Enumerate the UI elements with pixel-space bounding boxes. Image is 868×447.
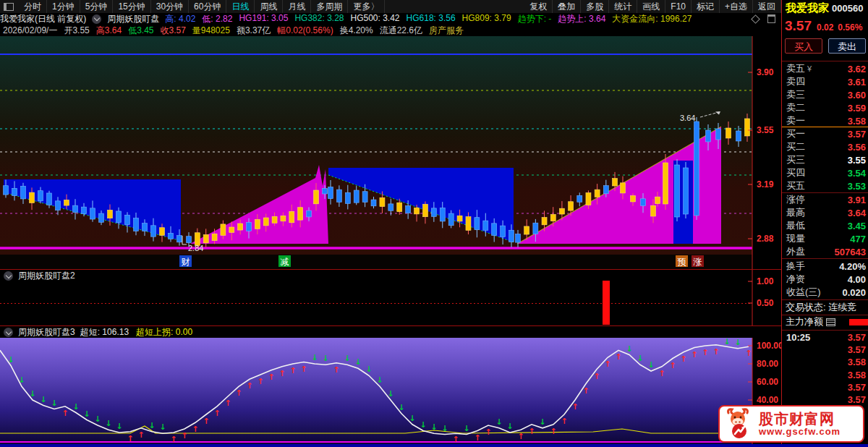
menu-item-周线[interactable]: 周线	[255, 0, 283, 13]
panel3-chevron-icon[interactable]	[4, 328, 13, 337]
svg-text:↓: ↓	[626, 344, 632, 354]
panel3-metrics: 超短: 106.13超短上拐: 0.00	[80, 326, 200, 339]
indicator-value-趋势上: 趋势上: 3.64	[558, 13, 605, 25]
svg-text:↓: ↓	[409, 414, 415, 423]
indicator-panel-2[interactable]: 1.000.50 周期妖股盯盘2	[0, 270, 781, 325]
svg-text:↓: ↓	[354, 357, 361, 367]
indicator-values: 高: 4.02低: 2.82HG191: 3.05HG382: 3.28HG50…	[165, 13, 698, 25]
svg-text:↓: ↓	[105, 419, 111, 428]
menu-item-30分钟[interactable]: 30分钟	[151, 0, 189, 13]
info-item: 量948025	[192, 25, 230, 36]
bottom-strip	[0, 444, 868, 447]
tool-item-复权[interactable]: 复权	[524, 0, 553, 13]
svg-text:↑: ↑	[278, 369, 285, 378]
svg-text:↓: ↓	[40, 395, 46, 404]
stat-row: 外盘507643	[782, 245, 868, 258]
svg-text:3.90: 3.90	[757, 67, 774, 77]
svg-text:↑: ↑	[745, 349, 752, 358]
tool-item-+自选[interactable]: +自选	[720, 0, 753, 13]
stock-code: 000560	[832, 3, 863, 14]
stat-row: 现量477	[782, 232, 868, 245]
svg-text:40.00: 40.00	[757, 395, 778, 405]
svg-text:预: 预	[678, 257, 686, 267]
svg-text:3.19: 3.19	[757, 179, 774, 190]
menu-item-1分钟[interactable]: 1分钟	[47, 0, 80, 13]
svg-text:↑: ↑	[170, 435, 176, 444]
svg-text:↑: ↑	[615, 352, 621, 362]
tool-item-统计[interactable]: 统计	[609, 0, 637, 13]
stock-name: 我爱我家	[786, 1, 829, 15]
panel2-chevron-icon[interactable]	[4, 271, 13, 281]
stat-row: 换手4.20%	[782, 260, 868, 273]
svg-text:↓: ↓	[420, 420, 426, 430]
tool-item-F10[interactable]: F10	[665, 0, 692, 13]
indicator-value-HG618: HG618: 3.56	[407, 13, 456, 25]
info-item: 2026/02/09/一	[3, 25, 57, 36]
svg-text:↓: ↓	[29, 389, 35, 399]
indicator-panel-3[interactable]: ↓↓↓↓↓↑↓↓↓↓↓↑↑↓↓↑↑↑↑↑↑↑↑↑↑↑↑↑↓↓↑↓↓↓↓↓↓↓↓↓…	[0, 326, 781, 444]
svg-text:↑: ↑	[680, 354, 686, 364]
svg-text:↑: ↑	[561, 417, 567, 426]
svg-text:1.00: 1.00	[757, 276, 774, 286]
collapse-chevron-icon[interactable]	[92, 14, 101, 24]
indicator-name: 周期妖股盯盘	[107, 13, 159, 25]
stock-title: 我爱我家(日线 前复权)	[0, 13, 86, 25]
svg-text:↑: ↑	[61, 409, 68, 418]
svg-text:↑: ↑	[224, 399, 231, 408]
sell-level-row: 卖五¥3.62	[782, 62, 868, 75]
maximize-icon[interactable]	[767, 14, 775, 23]
stat-row: 收益(三)0.020	[782, 286, 868, 299]
svg-text:↓: ↓	[322, 354, 328, 363]
panel3-title: 周期妖股盯盘3	[18, 326, 75, 339]
quote-panel: 我爱我家 000560 3.57 0.02 0.56% 买入 卖出 卖五¥3.6…	[781, 0, 868, 444]
period-menu-bar: 分时1分钟5分钟15分钟30分钟60分钟日线周线月线多周期更多〉复权叠加多股统计…	[0, 0, 781, 13]
menu-item-更多〉[interactable]: 更多〉	[348, 0, 385, 13]
menu-item-月线[interactable]: 月线	[283, 0, 311, 13]
tick-list: 10:253.573.573.583.583.573.57	[782, 331, 868, 406]
trade-status: 交易状态: 连续竞	[782, 301, 868, 313]
svg-text:↑: ↑	[235, 388, 242, 398]
main-candle-chart[interactable]: 2.843.64财减预涨3.903.553.192.88	[0, 36, 781, 269]
svg-text:↓: ↓	[387, 389, 393, 399]
svg-text:↓: ↓	[441, 424, 448, 433]
svg-text:↑: ↑	[517, 432, 524, 441]
info-item: 流通22.6亿	[380, 25, 422, 36]
tool-item-多股[interactable]: 多股	[581, 0, 609, 13]
menu-item-60分钟[interactable]: 60分钟	[189, 0, 226, 13]
ohlc-info-row: 2026/02/09/一开3.55高3.64低3.45收3.57量948025额…	[0, 25, 784, 36]
tool-item-叠加[interactable]: 叠加	[553, 0, 581, 13]
panel3-metric: 超短: 106.13	[80, 326, 129, 339]
quote-stats-2: 换手4.20%净资4.00收益(三)0.020	[782, 260, 868, 299]
indicator-value-高: 高: 4.02	[165, 13, 195, 25]
tool-item-返回[interactable]: 返回	[753, 0, 781, 13]
svg-text:↑: ↑	[203, 417, 209, 426]
list-icon[interactable]	[826, 318, 835, 326]
window-icon[interactable]	[4, 3, 14, 11]
svg-text:↓: ↓	[647, 360, 654, 370]
svg-text:↑: ↑	[485, 427, 491, 437]
diamond-icon[interactable]	[751, 14, 760, 24]
svg-text:↑: ↑	[691, 350, 697, 359]
svg-text:↑: ↑	[582, 386, 589, 396]
svg-text:↑: ↑	[702, 348, 708, 357]
menu-item-5分钟[interactable]: 5分钟	[80, 0, 114, 13]
main-force-bar	[849, 319, 868, 325]
menu-item-日线[interactable]: 日线	[226, 0, 255, 13]
indicator-value-HG809: HG809: 3.79	[462, 13, 511, 25]
svg-text:↓: ↓	[116, 422, 122, 431]
indicator-value-趋势下: 趋势下: -	[518, 13, 552, 25]
sell-level-row: 卖三3.60	[782, 88, 868, 101]
info-item: 低3.45	[128, 25, 153, 36]
svg-text:↑: ↑	[127, 434, 133, 443]
svg-text:↑: ↑	[571, 402, 578, 412]
svg-text:2.88: 2.88	[757, 234, 774, 244]
tool-item-标记[interactable]: 标记	[692, 0, 720, 13]
logo-site-url: www.gscfw.com	[759, 427, 841, 437]
svg-text:↓: ↓	[83, 409, 90, 419]
menu-item-分时[interactable]: 分时	[19, 0, 47, 13]
tool-item-画线[interactable]: 画线	[637, 0, 665, 13]
sell-button[interactable]: 卖出	[828, 38, 866, 54]
buy-button[interactable]: 买入	[785, 38, 822, 54]
menu-item-多周期[interactable]: 多周期	[311, 0, 348, 13]
menu-item-15分钟[interactable]: 15分钟	[113, 0, 150, 13]
